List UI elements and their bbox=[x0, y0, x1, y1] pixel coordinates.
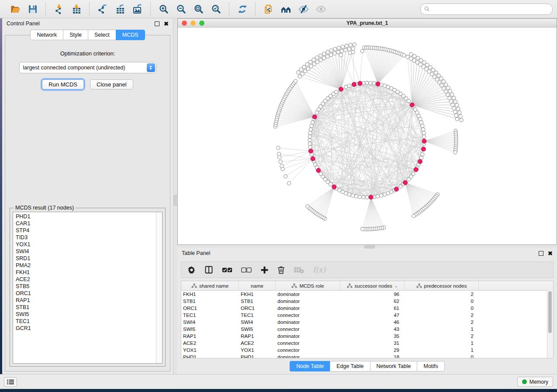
table-row[interactable]: RAP1RAP1dominator352 bbox=[181, 333, 553, 340]
table-cell[interactable]: SWI4 bbox=[181, 320, 239, 325]
graph-leaf-node[interactable] bbox=[437, 74, 440, 77]
table-cell[interactable]: 2 bbox=[405, 320, 479, 325]
network-canvas[interactable] bbox=[178, 28, 557, 244]
show-all-button[interactable] bbox=[314, 2, 329, 16]
table-cell[interactable]: STB1 bbox=[239, 299, 276, 304]
graph-node[interactable] bbox=[420, 120, 423, 124]
graph-node[interactable] bbox=[421, 124, 424, 127]
column-header-shared-name[interactable]: shared name bbox=[181, 281, 239, 290]
graph-leaf-node[interactable] bbox=[294, 79, 297, 83]
tab-style[interactable]: Style bbox=[63, 30, 88, 40]
table-cell[interactable]: dominator bbox=[276, 354, 340, 358]
graph-leaf-node[interactable] bbox=[422, 61, 426, 64]
table-cell[interactable]: ACE2 bbox=[239, 340, 276, 346]
mcds-result-item[interactable]: STB1 bbox=[16, 304, 156, 311]
mcds-result-item[interactable]: STB5 bbox=[16, 283, 156, 290]
mcds-hub-node[interactable] bbox=[358, 81, 362, 86]
table-cell[interactable]: TEC1 bbox=[181, 313, 239, 318]
graph-node[interactable] bbox=[422, 127, 425, 131]
table-cell[interactable]: connector bbox=[276, 340, 340, 346]
graph-leaf-node[interactable] bbox=[340, 49, 343, 53]
table-cell[interactable]: TEC1 bbox=[239, 313, 276, 318]
table-cell[interactable]: connector bbox=[276, 313, 340, 318]
graph-leaf-node[interactable] bbox=[347, 48, 351, 51]
mcds-result-item[interactable]: YOX1 bbox=[16, 241, 156, 248]
table-row[interactable]: ORC1ORC1dominator610 bbox=[181, 305, 553, 312]
graph-leaf-node[interactable] bbox=[413, 55, 416, 58]
graph-node[interactable] bbox=[372, 82, 376, 85]
houses-button[interactable] bbox=[279, 2, 294, 16]
mcds-result-item[interactable]: FKH1 bbox=[16, 269, 156, 276]
table-row[interactable]: PHD1PHD1dominator180 bbox=[181, 354, 553, 358]
table-cell[interactable]: SWI5 bbox=[181, 327, 239, 332]
table-cell[interactable]: ORC1 bbox=[181, 306, 239, 311]
graph-leaf-node[interactable] bbox=[416, 56, 419, 60]
export-image-button[interactable] bbox=[130, 2, 145, 16]
delete-table-button[interactable] bbox=[294, 264, 304, 276]
graph-leaf-node[interactable] bbox=[297, 71, 300, 74]
graph-leaf-node[interactable] bbox=[454, 100, 457, 103]
mcds-result-item[interactable]: ORC1 bbox=[16, 290, 156, 297]
graph-node[interactable] bbox=[308, 138, 311, 142]
graph-node[interactable] bbox=[420, 156, 423, 159]
zoom-window-icon[interactable] bbox=[199, 21, 204, 26]
mcds-hub-node[interactable] bbox=[312, 115, 317, 119]
mcds-result-item[interactable]: ACE2 bbox=[16, 276, 156, 283]
table-cell[interactable]: RAP1 bbox=[239, 334, 276, 339]
table-cell[interactable]: FKH1 bbox=[181, 292, 239, 297]
graph-node[interactable] bbox=[311, 120, 314, 124]
graph-leaf-node[interactable] bbox=[442, 80, 445, 83]
graph-leaf-node[interactable] bbox=[322, 52, 326, 55]
graph-node[interactable] bbox=[309, 127, 312, 131]
table-cell[interactable]: SWI5 bbox=[239, 327, 276, 332]
tab-mcds[interactable]: MCDS bbox=[116, 30, 145, 40]
table-cell[interactable]: 1 bbox=[405, 327, 479, 332]
mcds-hub-node[interactable] bbox=[414, 168, 418, 172]
mcds-hub-node[interactable] bbox=[403, 180, 408, 185]
graph-leaf-node[interactable] bbox=[308, 60, 312, 64]
graph-leaf-node[interactable] bbox=[455, 103, 459, 107]
graph-node[interactable] bbox=[383, 193, 386, 196]
graph-leaf-node[interactable] bbox=[402, 54, 406, 57]
table-cell[interactable]: PHD1 bbox=[239, 354, 276, 358]
graph-leaf-node[interactable] bbox=[341, 45, 344, 48]
graph-leaf-node[interactable] bbox=[351, 47, 355, 50]
table-cell[interactable]: 35 bbox=[340, 334, 405, 339]
graph-leaf-node[interactable] bbox=[287, 182, 291, 185]
zoom-out-button[interactable] bbox=[174, 2, 189, 16]
zoom-selected-button[interactable] bbox=[209, 2, 224, 16]
graph-leaf-node[interactable] bbox=[302, 65, 306, 69]
mcds-result-item[interactable]: RAP1 bbox=[16, 297, 156, 304]
graph-leaf-node[interactable] bbox=[459, 114, 462, 118]
table-cell[interactable]: YOX1 bbox=[181, 347, 239, 353]
table-cell[interactable]: RAP1 bbox=[181, 334, 239, 339]
table-cell[interactable]: 2 bbox=[405, 334, 479, 339]
graph-leaf-node[interactable] bbox=[279, 160, 282, 163]
mcds-result-item[interactable]: CAR1 bbox=[16, 220, 156, 227]
tab-select[interactable]: Select bbox=[88, 30, 116, 40]
refresh-network-button[interactable] bbox=[235, 2, 250, 16]
function-builder-button[interactable]: f(x) bbox=[313, 264, 325, 276]
graph-leaf-node[interactable] bbox=[439, 77, 443, 80]
graph-leaf-node[interactable] bbox=[277, 152, 280, 156]
graph-node[interactable] bbox=[308, 131, 312, 135]
graph-leaf-node[interactable] bbox=[301, 72, 304, 76]
table-cell[interactable]: YOX1 bbox=[239, 347, 276, 353]
graph-leaf-node[interactable] bbox=[277, 146, 280, 150]
graph-leaf-node[interactable] bbox=[419, 58, 423, 62]
table-cell[interactable]: STB1 bbox=[181, 299, 239, 304]
save-session-button[interactable] bbox=[25, 2, 40, 16]
export-table-button[interactable] bbox=[113, 2, 128, 16]
import-network-button[interactable] bbox=[52, 2, 66, 16]
table-cell[interactable]: dominator bbox=[276, 306, 340, 311]
graph-leaf-node[interactable] bbox=[305, 62, 309, 66]
mcds-list-scrollbar[interactable] bbox=[156, 212, 162, 363]
graph-leaf-node[interactable] bbox=[409, 57, 412, 60]
table-row[interactable]: YOX1YOX1connector291 bbox=[181, 347, 553, 354]
graph-leaf-node[interactable] bbox=[337, 46, 341, 50]
table-cell[interactable]: 96 bbox=[340, 292, 405, 297]
add-column-button[interactable] bbox=[260, 264, 269, 276]
graph-node[interactable] bbox=[344, 85, 348, 89]
graph-node[interactable] bbox=[347, 193, 351, 196]
splitter-grip[interactable] bbox=[174, 195, 178, 206]
